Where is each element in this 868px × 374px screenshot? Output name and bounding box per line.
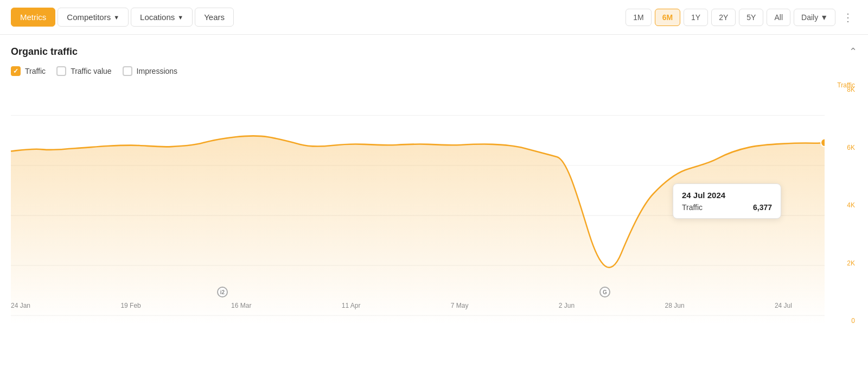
x-label-mar: 16 Mar — [231, 302, 251, 309]
chart-section: Organic traffic ⌃ Traffic Traffic value … — [0, 35, 868, 352]
section-header: Organic traffic ⌃ — [11, 46, 857, 58]
1y-button[interactable]: 1Y — [684, 9, 708, 26]
legend: Traffic Traffic value Impressions — [11, 66, 857, 76]
y-label-8k: 8K — [847, 86, 855, 93]
competitors-chevron-icon: ▼ — [113, 14, 119, 21]
toolbar-right: 1M 6M 1Y 2Y 5Y All Daily ▼ ⋮ — [626, 8, 857, 27]
legend-impressions[interactable]: Impressions — [123, 66, 177, 76]
impressions-label: Impressions — [137, 67, 177, 75]
x-label-feb: 19 Feb — [120, 302, 141, 309]
traffic-value-checkbox[interactable] — [56, 66, 66, 76]
svg-point-5 — [821, 138, 825, 147]
event-marker-2[interactable]: i2 — [217, 287, 228, 297]
impressions-checkbox[interactable] — [123, 66, 132, 76]
event-marker-g[interactable]: G — [599, 287, 610, 297]
competitors-tab[interactable]: Competitors ▼ — [58, 8, 129, 27]
chart-area: i2 G 24 Jul 2024 Traffic 6,377 24 Jan 19… — [11, 86, 825, 325]
traffic-chart — [11, 86, 825, 325]
y-label-4k: 4K — [847, 201, 855, 209]
traffic-checkbox[interactable] — [11, 66, 21, 76]
x-label-jul: 24 Jul — [775, 302, 792, 309]
legend-traffic[interactable]: Traffic — [11, 66, 46, 76]
6m-button[interactable]: 6M — [655, 9, 680, 26]
all-button[interactable]: All — [767, 9, 790, 26]
2y-button[interactable]: 2Y — [711, 9, 736, 26]
event-2-circle[interactable]: i2 — [217, 287, 228, 297]
metrics-tab[interactable]: Metrics — [11, 8, 55, 27]
y-label-2k: 2K — [847, 259, 855, 267]
locations-tab[interactable]: Locations ▼ — [131, 8, 193, 27]
frequency-dropdown[interactable]: Daily ▼ — [794, 9, 835, 26]
x-label-jun28: 28 Jun — [665, 302, 685, 309]
frequency-chevron-icon: ▼ — [820, 13, 828, 22]
y-label-0: 0 — [851, 317, 855, 325]
traffic-label: Traffic — [25, 67, 46, 75]
1m-button[interactable]: 1M — [626, 9, 651, 26]
chart-container: Traffic — [11, 86, 857, 352]
legend-traffic-value[interactable]: Traffic value — [56, 66, 111, 76]
toolbar-left: Metrics Competitors ▼ Locations ▼ Years — [11, 8, 234, 27]
y-label-6k: 6K — [847, 144, 855, 151]
more-options-button[interactable]: ⋮ — [839, 8, 857, 27]
locations-chevron-icon: ▼ — [177, 14, 183, 21]
y-axis: 8K 6K 4K 2K 0 — [825, 86, 857, 325]
x-label-jun2: 2 Jun — [559, 302, 575, 309]
years-tab[interactable]: Years — [195, 8, 234, 27]
5y-button[interactable]: 5Y — [739, 9, 763, 26]
collapse-button[interactable]: ⌃ — [849, 46, 857, 58]
event-g-circle[interactable]: G — [599, 287, 610, 297]
x-axis: 24 Jan 19 Feb 16 Mar 11 Apr 7 May 2 Jun … — [11, 297, 792, 325]
traffic-value-label: Traffic value — [71, 67, 111, 75]
x-label-may: 7 May — [451, 302, 469, 309]
x-label-jan: 24 Jan — [11, 302, 30, 309]
x-label-apr: 11 Apr — [342, 302, 361, 309]
section-title: Organic traffic — [11, 46, 78, 58]
toolbar: Metrics Competitors ▼ Locations ▼ Years … — [0, 0, 868, 35]
